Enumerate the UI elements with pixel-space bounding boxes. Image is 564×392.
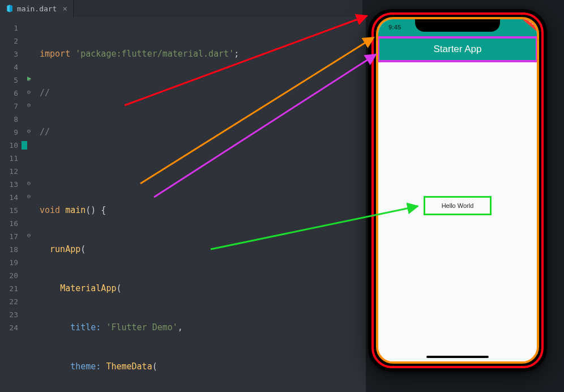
line-number: 1 (0, 24, 18, 32)
line-number: 16 (0, 219, 18, 228)
line-number-gutter: 123456789101112131415161718192021222324 (0, 17, 25, 392)
status-time: 9:45 (388, 24, 401, 31)
line-number: 3 (0, 50, 18, 58)
app-body: Hello World (378, 62, 537, 361)
line-number: 23 (0, 310, 18, 319)
line-number: 14 (0, 193, 18, 202)
line-number: 19 (0, 258, 18, 267)
fold-toggle-icon[interactable]: ⊖ (25, 193, 33, 200)
line-number: 5 (0, 76, 18, 84)
app-bar: Starter App (377, 36, 538, 62)
phone-notch (415, 17, 500, 32)
line-number: 21 (0, 284, 18, 293)
dart-file-icon (6, 5, 14, 12)
line-number: 8 (0, 115, 18, 123)
annotation-outline-scaffold: DEBUG 9:45 Starter App Hello World (376, 17, 539, 364)
line-number: 17 (0, 232, 18, 241)
editor-tab-main-dart[interactable]: main.dart × (0, 0, 74, 17)
editor-tab-bar: main.dart × (0, 0, 362, 17)
line-number: 9 (0, 128, 18, 137)
fold-toggle-icon[interactable]: ⊖ (25, 232, 33, 239)
annotation-outline-materialapp: DEBUG 9:45 Starter App Hello World (371, 12, 544, 368)
fold-toggle-icon[interactable]: ⊖ (25, 180, 33, 187)
line-number: 2 (0, 37, 18, 45)
home-indicator (426, 356, 489, 358)
line-number: 22 (0, 297, 18, 306)
color-swatch-teal (22, 141, 27, 150)
phone-simulator: DEBUG 9:45 Starter App Hello World (368, 9, 547, 372)
line-number: 7 (0, 102, 18, 110)
app-bar-title: Starter App (433, 44, 481, 55)
fold-toggle-icon[interactable]: ⊖ (25, 127, 33, 135)
line-number: 20 (0, 271, 18, 280)
fold-toggle-icon[interactable]: ⊖ (25, 88, 33, 96)
line-number: 6 (0, 89, 18, 97)
line-number: 11 (0, 154, 18, 163)
hello-world-box: Hello World (424, 196, 492, 215)
line-number: 10 (0, 141, 18, 150)
line-number: 4 (0, 63, 18, 71)
line-number: 15 (0, 206, 18, 215)
line-number: 12 (0, 167, 18, 176)
fold-gutter: ⊖⊖⊖⊖⊖⊖⊖ (25, 17, 36, 392)
line-number: 24 (0, 323, 18, 332)
tab-filename: main.dart (17, 5, 57, 13)
hello-world-text: Hello World (442, 202, 474, 209)
line-number: 13 (0, 180, 18, 189)
run-gutter-icon[interactable]: ▶ (27, 74, 31, 82)
line-number: 18 (0, 245, 18, 254)
close-icon[interactable]: × (62, 4, 67, 13)
fold-toggle-icon[interactable]: ⊖ (25, 101, 33, 109)
